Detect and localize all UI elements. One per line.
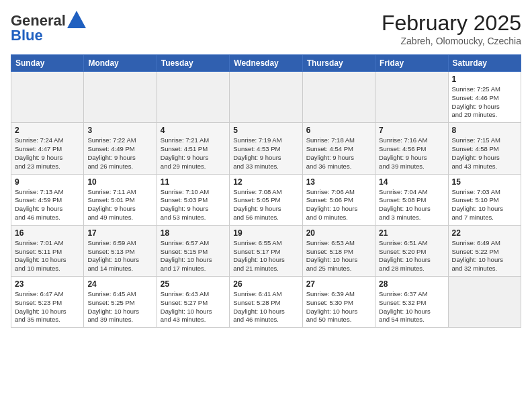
day-number: 28 (379, 279, 444, 289)
calendar-week-row: 9Sunrise: 7:13 AM Sunset: 4:59 PM Daylig… (11, 174, 521, 225)
day-number: 12 (233, 177, 298, 187)
calendar-week-row: 1Sunrise: 7:25 AM Sunset: 4:46 PM Daylig… (11, 72, 521, 123)
day-number: 23 (15, 279, 80, 289)
day-number: 5 (233, 126, 298, 135)
day-info-text: Sunrise: 7:25 AM Sunset: 4:46 PM Dayligh… (452, 85, 517, 120)
day-number: 27 (306, 279, 371, 289)
calendar-day-cell: 18Sunrise: 6:57 AM Sunset: 5:15 PM Dayli… (157, 225, 229, 276)
day-info-text: Sunrise: 6:55 AM Sunset: 5:17 PM Dayligh… (233, 239, 298, 273)
day-info-text: Sunrise: 6:51 AM Sunset: 5:20 PM Dayligh… (379, 239, 444, 273)
calendar-day-cell: 17Sunrise: 6:59 AM Sunset: 5:13 PM Dayli… (84, 225, 157, 276)
day-info-text: Sunrise: 7:08 AM Sunset: 5:05 PM Dayligh… (233, 188, 298, 222)
day-number: 19 (233, 228, 298, 238)
calendar-week-row: 23Sunrise: 6:47 AM Sunset: 5:23 PM Dayli… (11, 277, 521, 328)
day-info-text: Sunrise: 6:37 AM Sunset: 5:32 PM Dayligh… (379, 290, 444, 324)
calendar-day-cell: 23Sunrise: 6:47 AM Sunset: 5:23 PM Dayli… (11, 277, 84, 328)
day-info-text: Sunrise: 7:01 AM Sunset: 5:11 PM Dayligh… (15, 239, 80, 273)
day-info-text: Sunrise: 7:18 AM Sunset: 4:54 PM Dayligh… (306, 136, 371, 171)
logo-triangle-icon (67, 11, 86, 28)
calendar-day-cell: 11Sunrise: 7:10 AM Sunset: 5:03 PM Dayli… (157, 174, 229, 225)
day-info-text: Sunrise: 7:16 AM Sunset: 4:56 PM Dayligh… (379, 136, 444, 171)
day-of-week-header: Tuesday (157, 55, 229, 72)
day-info-text: Sunrise: 6:57 AM Sunset: 5:15 PM Dayligh… (161, 239, 226, 273)
calendar-week-row: 2Sunrise: 7:24 AM Sunset: 4:47 PM Daylig… (11, 123, 521, 174)
calendar-day-cell: 10Sunrise: 7:11 AM Sunset: 5:01 PM Dayli… (84, 174, 157, 225)
day-info-text: Sunrise: 6:59 AM Sunset: 5:13 PM Dayligh… (87, 239, 152, 273)
day-info-text: Sunrise: 7:19 AM Sunset: 4:53 PM Dayligh… (233, 136, 298, 171)
calendar-day-cell: 27Sunrise: 6:39 AM Sunset: 5:30 PM Dayli… (302, 277, 375, 328)
logo: General Blue (11, 11, 86, 44)
day-number: 21 (379, 228, 444, 238)
day-of-week-header: Thursday (302, 55, 375, 72)
day-info-text: Sunrise: 7:04 AM Sunset: 5:08 PM Dayligh… (379, 188, 444, 222)
day-info-text: Sunrise: 7:15 AM Sunset: 4:58 PM Dayligh… (452, 136, 517, 171)
svg-marker-0 (67, 11, 86, 28)
day-number: 26 (233, 279, 298, 289)
calendar-day-cell: 22Sunrise: 6:49 AM Sunset: 5:22 PM Dayli… (448, 225, 521, 276)
calendar-day-cell: 7Sunrise: 7:16 AM Sunset: 4:56 PM Daylig… (375, 123, 448, 174)
calendar-day-cell: 9Sunrise: 7:13 AM Sunset: 4:59 PM Daylig… (11, 174, 84, 225)
day-number: 18 (161, 228, 226, 238)
day-number: 20 (306, 228, 371, 238)
day-number: 7 (379, 126, 444, 135)
day-info-text: Sunrise: 6:41 AM Sunset: 5:28 PM Dayligh… (233, 290, 298, 324)
day-info-text: Sunrise: 6:39 AM Sunset: 5:30 PM Dayligh… (306, 290, 371, 324)
day-number: 14 (379, 177, 444, 187)
day-info-text: Sunrise: 7:03 AM Sunset: 5:10 PM Dayligh… (452, 188, 517, 222)
calendar-day-cell: 13Sunrise: 7:06 AM Sunset: 5:06 PM Dayli… (302, 174, 375, 225)
day-info-text: Sunrise: 6:43 AM Sunset: 5:27 PM Dayligh… (161, 290, 226, 324)
calendar-day-cell (448, 277, 521, 328)
day-number: 10 (87, 177, 152, 187)
day-info-text: Sunrise: 7:24 AM Sunset: 4:47 PM Dayligh… (15, 136, 80, 171)
calendar-day-cell (302, 72, 375, 123)
calendar-day-cell: 8Sunrise: 7:15 AM Sunset: 4:58 PM Daylig… (448, 123, 521, 174)
day-info-text: Sunrise: 7:21 AM Sunset: 4:51 PM Dayligh… (161, 136, 226, 171)
calendar-table: SundayMondayTuesdayWednesdayThursdayFrid… (11, 54, 521, 328)
location-subtitle: Zabreh, Olomoucky, Czechia (382, 36, 521, 46)
calendar-day-cell (157, 72, 229, 123)
day-number: 11 (161, 177, 226, 187)
day-number: 4 (161, 126, 226, 135)
day-info-text: Sunrise: 7:11 AM Sunset: 5:01 PM Dayligh… (87, 188, 152, 222)
calendar-day-cell: 19Sunrise: 6:55 AM Sunset: 5:17 PM Dayli… (230, 225, 302, 276)
calendar-day-cell (11, 72, 84, 123)
day-number: 13 (306, 177, 371, 187)
day-number: 8 (452, 126, 517, 135)
month-year-title: February 2025 (382, 11, 521, 36)
calendar-day-cell: 12Sunrise: 7:08 AM Sunset: 5:05 PM Dayli… (230, 174, 302, 225)
day-info-text: Sunrise: 7:13 AM Sunset: 4:59 PM Dayligh… (15, 188, 80, 222)
calendar-day-cell: 5Sunrise: 7:19 AM Sunset: 4:53 PM Daylig… (230, 123, 302, 174)
calendar-day-cell (375, 72, 448, 123)
day-number: 25 (161, 279, 226, 289)
logo-blue: Blue (11, 27, 43, 44)
day-number: 3 (87, 126, 152, 135)
day-number: 2 (15, 126, 80, 135)
day-info-text: Sunrise: 7:10 AM Sunset: 5:03 PM Dayligh… (161, 188, 226, 222)
day-info-text: Sunrise: 6:47 AM Sunset: 5:23 PM Dayligh… (15, 290, 80, 324)
day-number: 17 (87, 228, 152, 238)
calendar-day-cell: 21Sunrise: 6:51 AM Sunset: 5:20 PM Dayli… (375, 225, 448, 276)
calendar-header-row: SundayMondayTuesdayWednesdayThursdayFrid… (11, 55, 521, 72)
day-of-week-header: Friday (375, 55, 448, 72)
calendar-day-cell (230, 72, 302, 123)
calendar-day-cell: 2Sunrise: 7:24 AM Sunset: 4:47 PM Daylig… (11, 123, 84, 174)
calendar-day-cell: 16Sunrise: 7:01 AM Sunset: 5:11 PM Dayli… (11, 225, 84, 276)
day-number: 16 (15, 228, 80, 238)
calendar-day-cell: 15Sunrise: 7:03 AM Sunset: 5:10 PM Dayli… (448, 174, 521, 225)
calendar-day-cell: 14Sunrise: 7:04 AM Sunset: 5:08 PM Dayli… (375, 174, 448, 225)
calendar-day-cell: 3Sunrise: 7:22 AM Sunset: 4:49 PM Daylig… (84, 123, 157, 174)
calendar-day-cell: 20Sunrise: 6:53 AM Sunset: 5:18 PM Dayli… (302, 225, 375, 276)
calendar-day-cell: 4Sunrise: 7:21 AM Sunset: 4:51 PM Daylig… (157, 123, 229, 174)
day-number: 6 (306, 126, 371, 135)
day-info-text: Sunrise: 6:45 AM Sunset: 5:25 PM Dayligh… (87, 290, 152, 324)
day-number: 15 (452, 177, 517, 187)
day-number: 24 (87, 279, 152, 289)
calendar-day-cell: 25Sunrise: 6:43 AM Sunset: 5:27 PM Dayli… (157, 277, 229, 328)
day-of-week-header: Wednesday (230, 55, 302, 72)
calendar-day-cell: 26Sunrise: 6:41 AM Sunset: 5:28 PM Dayli… (230, 277, 302, 328)
day-info-text: Sunrise: 7:22 AM Sunset: 4:49 PM Dayligh… (87, 136, 152, 171)
day-of-week-header: Sunday (11, 55, 84, 72)
page-header: General Blue February 2025 Zabreh, Olomo… (11, 11, 521, 46)
title-block: February 2025 Zabreh, Olomoucky, Czechia (382, 11, 521, 46)
day-number: 9 (15, 177, 80, 187)
